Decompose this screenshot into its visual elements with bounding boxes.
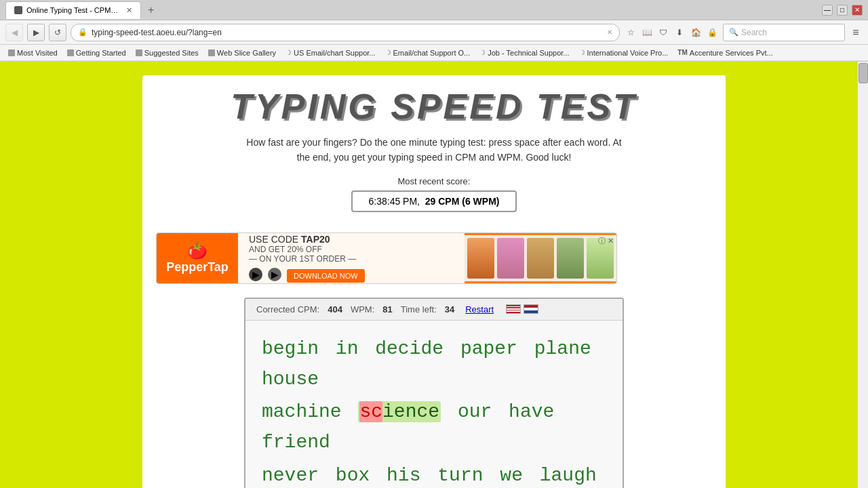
bookmark-label: Getting Started	[76, 49, 126, 57]
vpn-icon[interactable]: 🔒	[705, 26, 719, 39]
flag-us	[506, 304, 521, 314]
search-icon: 🔍	[729, 28, 738, 37]
ad-close-button[interactable]: ⓘ ✕	[598, 236, 614, 246]
scrollbar[interactable]	[857, 62, 868, 488]
main-content-area: Typing Speed Test How fast are your fing…	[142, 75, 726, 488]
typed-error-chars: sc	[359, 401, 382, 422]
page-content: Typing Speed Test How fast are your fing…	[0, 62, 868, 488]
ad-banner: 🍅 PepperTap USE CODE TAP20 AND GET 20% O…	[156, 232, 617, 284]
play-btn-1[interactable]: ▶	[249, 268, 262, 281]
scrollbar-thumb[interactable]	[859, 63, 868, 83]
word-our: our	[458, 401, 492, 422]
tab-close-button[interactable]: ✕	[126, 6, 132, 15]
corrected-cpm-label: Corrected CPM:	[256, 304, 319, 314]
ad-download-button[interactable]: DOWNLOAD NOW	[287, 269, 365, 283]
time-left-value: 34	[445, 304, 454, 314]
menu-icon[interactable]: ≡	[849, 26, 863, 39]
corrected-cpm-value: 404	[328, 304, 342, 314]
search-placeholder: Search	[741, 28, 767, 37]
bookmark-icon[interactable]: 📖	[640, 26, 654, 39]
refresh-button[interactable]: ↺	[49, 24, 66, 41]
typing-stats-bar: Corrected CPM: 404 WPM: 81 Time left: 34…	[245, 299, 623, 321]
crescent-icon: ☽	[479, 49, 486, 56]
word-science-current: science	[358, 401, 441, 422]
bookmark-label: Suggested Sites	[144, 49, 199, 57]
bookmark-getting-started[interactable]: Getting Started	[64, 47, 129, 58]
word-paper: paper	[460, 338, 517, 359]
typing-test-box: Corrected CPM: 404 WPM: 81 Time left: 34…	[244, 298, 624, 488]
crescent-icon: ☽	[579, 49, 585, 56]
word-machine: machine	[262, 401, 342, 422]
bookmark-favicon	[136, 49, 142, 56]
forward-button[interactable]: ▶	[27, 24, 45, 41]
restart-link[interactable]: Restart	[465, 304, 494, 314]
url-bar[interactable]: 🔒 typing-speed-test.aoeu.eu/?lang=en ✕	[71, 24, 620, 41]
shield-icon[interactable]: 🛡	[656, 26, 670, 39]
new-tab-button[interactable]: +	[144, 3, 158, 18]
maximize-button[interactable]: □	[837, 5, 848, 16]
back-button[interactable]: ◀	[5, 24, 23, 41]
pepper-icon: 🍅	[187, 241, 208, 260]
bookmark-label: Job - Technical Suppor...	[488, 49, 569, 57]
ad-products	[465, 235, 616, 281]
ad-product-2	[497, 238, 524, 279]
bookmark-suggested-sites[interactable]: Suggested Sites	[133, 47, 201, 58]
ad-subline: AND GET 20% OFF	[249, 245, 454, 254]
bookmark-job[interactable]: ☽ Job - Technical Suppor...	[477, 47, 572, 58]
bookmark-email-chat[interactable]: ☽ Email/chat Support O...	[382, 47, 473, 58]
page-title: Typing Speed Test	[156, 89, 712, 124]
wpm-value: 81	[382, 304, 392, 314]
home-icon[interactable]: 🏠	[689, 26, 703, 39]
ad-product-4	[557, 238, 584, 279]
ad-product-1	[467, 238, 494, 279]
title-bar: Online Typing Test - CPM, ... ✕ + — □ ✕	[0, 0, 868, 20]
word-have: have	[509, 401, 554, 422]
star-icon[interactable]: ☆	[624, 26, 637, 39]
crescent-icon: ☽	[385, 49, 391, 56]
words-line-1: begin in decide paper plane house	[262, 334, 606, 395]
words-line-3: never box his turn we laugh does	[262, 461, 606, 488]
nav-icons: ☆ 📖 🛡 ⬇ 🏠 🔒	[624, 26, 719, 39]
search-bar[interactable]: 🔍 Search	[723, 24, 845, 41]
play-btn-2[interactable]: ▶	[268, 268, 281, 281]
nav-bar: ◀ ▶ ↺ 🔒 typing-speed-test.aoeu.eu/?lang=…	[0, 20, 868, 45]
crescent-icon: ☽	[285, 49, 292, 56]
word-plane: plane	[534, 338, 591, 359]
subtitle: How fast are your fingers? Do the one mi…	[156, 135, 712, 165]
bookmark-intl-voice[interactable]: ☽ International Voice Pro...	[576, 47, 671, 58]
word-we: we	[500, 465, 523, 486]
word-in: in	[336, 338, 359, 359]
refresh-url-icon[interactable]: ✕	[607, 28, 612, 36]
tab-favicon	[14, 6, 22, 14]
bookmark-label: International Voice Pro...	[587, 49, 669, 57]
bookmark-label: Most Visited	[17, 49, 58, 57]
browser-chrome: Online Typing Test - CPM, ... ✕ + — □ ✕ …	[0, 0, 868, 62]
active-tab[interactable]: Online Typing Test - CPM, ... ✕	[5, 1, 141, 19]
ad-logo-section: 🍅 PepperTap	[157, 236, 238, 280]
bookmark-label: US Email/chart Suppor...	[294, 49, 375, 57]
ad-brand-name: PepperTap	[166, 260, 229, 274]
bookmark-accenture[interactable]: TM Accenture Services Pvt...	[675, 47, 775, 58]
ad-order-line: — ON YOUR 1ST ORDER —	[249, 254, 454, 264]
word-friend: friend	[262, 432, 330, 453]
minimize-button[interactable]: —	[822, 5, 833, 16]
word-his: his	[387, 465, 420, 486]
url-text: typing-speed-test.aoeu.eu/?lang=en	[92, 28, 603, 37]
bookmark-label: Web Slice Gallery	[217, 49, 276, 57]
bookmark-favicon	[208, 49, 215, 56]
typing-words-display: begin in decide paper plane house machin…	[245, 321, 623, 488]
bookmark-label: Email/chat Support O...	[393, 49, 471, 57]
word-house: house	[262, 369, 319, 390]
bookmark-us-email[interactable]: ☽ US Email/chart Suppor...	[283, 47, 378, 58]
bookmark-web-slice[interactable]: Web Slice Gallery	[205, 47, 279, 58]
score-bold: 29 CPM (6 WPM)	[425, 196, 500, 207]
download-icon[interactable]: ⬇	[673, 26, 686, 39]
close-window-button[interactable]: ✕	[852, 5, 863, 16]
ad-product-3	[527, 238, 554, 279]
word-begin: begin	[262, 338, 319, 359]
bookmarks-bar: Most Visited Getting Started Suggested S…	[0, 45, 868, 61]
bookmark-most-visited[interactable]: Most Visited	[5, 47, 60, 58]
remaining-chars: ience	[382, 401, 439, 422]
recent-score-label: Most recent score:	[156, 176, 712, 186]
ad-text-section: USE CODE TAP20 AND GET 20% OFF — ON YOUR…	[238, 232, 465, 284]
